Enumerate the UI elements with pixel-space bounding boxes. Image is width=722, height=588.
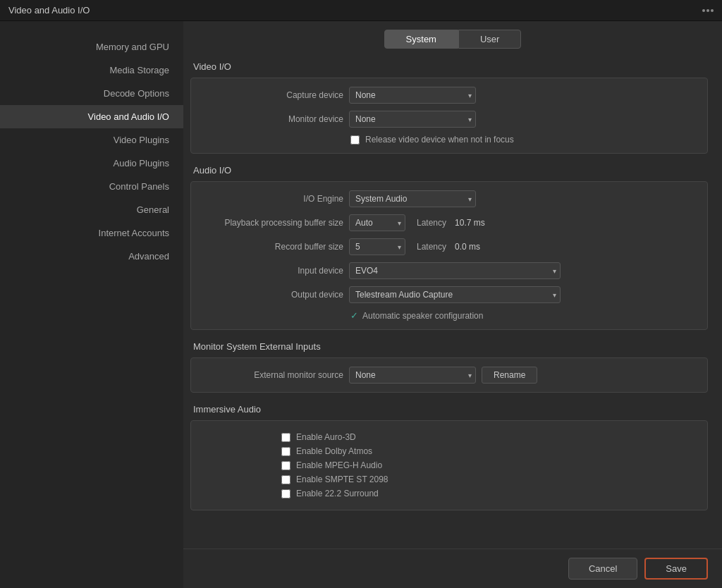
- title-bar: Video and Audio I/O: [0, 0, 722, 21]
- io-engine-row: I/O Engine System Audio: [202, 190, 696, 207]
- footer: Cancel Save: [183, 549, 722, 588]
- tab-user[interactable]: User: [458, 30, 521, 49]
- io-engine-label: I/O Engine: [202, 194, 343, 204]
- output-device-label: Output device: [202, 290, 343, 300]
- external-source-wrapper: None: [349, 367, 476, 384]
- sidebar-item-advanced[interactable]: Advanced: [0, 245, 183, 268]
- audio-io-title: Audio I/O: [190, 165, 708, 176]
- dot3: [711, 9, 714, 12]
- tab-system[interactable]: System: [384, 30, 458, 49]
- auto-speaker-checkmark: ✓: [350, 310, 358, 321]
- release-device-checkbox[interactable]: [350, 135, 360, 145]
- capture-device-row: Capture device None: [202, 87, 696, 104]
- record-buffer-row: Record buffer size 5 Latency 0.0 ms: [202, 238, 696, 255]
- enable-22-2-checkbox[interactable]: [281, 489, 290, 498]
- playback-buffer-select[interactable]: Auto: [349, 214, 405, 231]
- record-latency-value: 0.0 ms: [455, 242, 480, 252]
- monitor-device-wrapper: None: [349, 111, 476, 128]
- capture-device-label: Capture device: [202, 90, 343, 100]
- monitor-device-select[interactable]: None: [349, 111, 476, 128]
- video-io-title: Video I/O: [190, 61, 708, 72]
- external-source-row: External monitor source None Rename: [202, 367, 696, 384]
- external-source-select[interactable]: None: [349, 367, 476, 384]
- input-device-wrapper: EVO4: [349, 262, 561, 279]
- enable-smpte-label: Enable SMPTE ST 2098: [296, 474, 388, 484]
- monitor-device-label: Monitor device: [202, 114, 343, 124]
- main-content: System User Video I/O Capture device Non…: [183, 21, 722, 588]
- sidebar-item-video-audio-io[interactable]: Video and Audio I/O: [0, 105, 183, 128]
- playback-latency-value: 10.7 ms: [455, 218, 485, 228]
- input-device-row: Input device EVO4: [202, 262, 696, 279]
- capture-device-wrapper: None: [349, 87, 476, 104]
- enable-22-2-row: Enable 22.2 Surround: [276, 489, 696, 498]
- immersive-audio-section: Enable Auro-3D Enable Dolby Atmos Enable…: [190, 420, 708, 510]
- sidebar-item-audio-plugins[interactable]: Audio Plugins: [0, 152, 183, 175]
- enable-auro3d-checkbox[interactable]: [281, 433, 290, 442]
- sidebar-item-memory-gpu[interactable]: Memory and GPU: [0, 35, 183, 59]
- sidebar-item-decode-options[interactable]: Decode Options: [0, 82, 183, 105]
- playback-buffer-wrapper: Auto: [349, 214, 405, 231]
- sidebar: Memory and GPU Media Storage Decode Opti…: [0, 21, 183, 588]
- enable-dolby-atmos-label: Enable Dolby Atmos: [296, 446, 372, 456]
- enable-mpeg-h-row: Enable MPEG-H Audio: [276, 460, 696, 470]
- enable-mpeg-h-checkbox[interactable]: [281, 461, 290, 470]
- dot1: [702, 9, 705, 12]
- record-buffer-select[interactable]: 5: [349, 238, 405, 255]
- sidebar-item-general[interactable]: General: [0, 198, 183, 221]
- enable-auro3d-row: Enable Auro-3D: [276, 432, 696, 442]
- enable-dolby-atmos-row: Enable Dolby Atmos: [276, 446, 696, 456]
- auto-speaker-row: ✓ Automatic speaker configuration: [202, 310, 696, 321]
- tab-bar: System User: [183, 21, 722, 54]
- external-source-label: External monitor source: [202, 370, 343, 380]
- record-buffer-wrapper: 5: [349, 238, 405, 255]
- rename-button[interactable]: Rename: [482, 367, 537, 384]
- enable-mpeg-h-label: Enable MPEG-H Audio: [296, 460, 382, 470]
- playback-buffer-row: Playback processing buffer size Auto Lat…: [202, 214, 696, 231]
- enable-auro3d-label: Enable Auro-3D: [296, 432, 356, 442]
- sidebar-item-media-storage[interactable]: Media Storage: [0, 59, 183, 82]
- dot2: [706, 9, 709, 12]
- more-options-button[interactable]: [702, 9, 714, 12]
- sidebar-item-control-panels[interactable]: Control Panels: [0, 175, 183, 198]
- playback-buffer-label: Playback processing buffer size: [202, 218, 343, 228]
- output-device-wrapper: Telestream Audio Capture: [349, 286, 561, 303]
- monitor-system-section: External monitor source None Rename: [190, 357, 708, 393]
- enable-22-2-label: Enable 22.2 Surround: [296, 489, 379, 498]
- output-device-row: Output device Telestream Audio Capture: [202, 286, 696, 303]
- save-button[interactable]: Save: [644, 558, 708, 580]
- output-device-select[interactable]: Telestream Audio Capture: [349, 286, 561, 303]
- content-area: Video I/O Capture device None Monitor de…: [183, 54, 722, 549]
- record-latency-label: Latency: [417, 242, 446, 252]
- enable-dolby-atmos-checkbox[interactable]: [281, 447, 290, 456]
- window-title: Video and Audio I/O: [8, 5, 90, 16]
- record-buffer-label: Record buffer size: [202, 242, 343, 252]
- audio-io-section: I/O Engine System Audio Playback process…: [190, 181, 708, 330]
- auto-speaker-label: Automatic speaker configuration: [362, 311, 483, 321]
- release-device-label: Release video device when not in focus: [365, 135, 514, 145]
- input-device-select[interactable]: EVO4: [349, 262, 561, 279]
- enable-smpte-checkbox[interactable]: [281, 475, 290, 484]
- io-engine-wrapper: System Audio: [349, 190, 476, 207]
- monitor-device-row: Monitor device None: [202, 111, 696, 128]
- capture-device-select[interactable]: None: [349, 87, 476, 104]
- io-engine-select[interactable]: System Audio: [349, 190, 476, 207]
- release-device-row: Release video device when not in focus: [202, 135, 696, 145]
- sidebar-item-internet-accounts[interactable]: Internet Accounts: [0, 221, 183, 245]
- sidebar-item-video-plugins[interactable]: Video Plugins: [0, 128, 183, 152]
- cancel-button[interactable]: Cancel: [568, 558, 637, 580]
- video-io-section: Capture device None Monitor device None: [190, 78, 708, 154]
- enable-smpte-row: Enable SMPTE ST 2098: [276, 474, 696, 484]
- monitor-system-title: Monitor System External Inputs: [190, 341, 708, 352]
- input-device-label: Input device: [202, 266, 343, 276]
- immersive-audio-title: Immersive Audio: [190, 404, 708, 415]
- playback-latency-label: Latency: [417, 218, 446, 228]
